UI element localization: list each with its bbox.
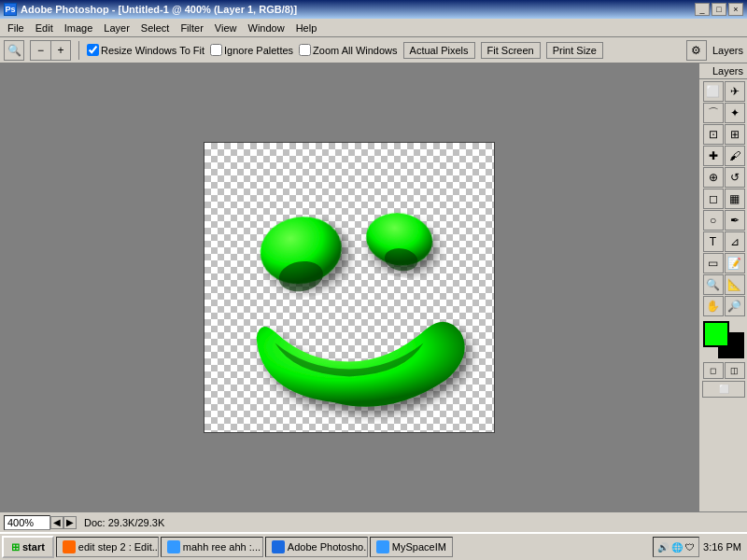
tool-option-icon[interactable]: 🔍 — [4, 40, 24, 61]
fullscreen-mode-button[interactable]: ⬜ — [702, 381, 745, 398]
title-bar-text: Adobe Photoshop - [Untitled-1 @ 400% (La… — [21, 4, 297, 15]
magic-wand-tool[interactable]: ✦ — [725, 103, 745, 123]
document-info: Doc: 29.3K/29.3K — [84, 517, 164, 528]
tool-row-6: ◻ ▦ — [703, 189, 745, 209]
taskbar-item-2[interactable]: Adobe Photosho... — [265, 537, 368, 557]
text-tool[interactable]: T — [703, 231, 724, 252]
zoom-in-button[interactable]: + — [50, 40, 71, 61]
screen-mode-buttons: ⬜ — [702, 381, 745, 398]
menu-filter[interactable]: Filter — [175, 21, 208, 35]
toolbox: ⬜ ✈ ⌒ ✦ ⊡ ⊞ ✚ 🖌 ⊕ ↺ ◻ ▦ — [699, 79, 747, 399]
pen-tool[interactable]: ✒ — [725, 210, 745, 231]
measure-tool[interactable]: 📐 — [725, 274, 745, 295]
zoom-tool[interactable]: 🔎 — [725, 296, 745, 316]
canvas-artwork — [204, 143, 494, 432]
tool-row-3: ⊡ ⊞ — [703, 124, 745, 145]
systray-icon-3: 🛡 — [685, 542, 695, 553]
minimize-button[interactable]: _ — [695, 3, 710, 16]
ignore-palettes-checkbox[interactable]: Ignore Palettes — [210, 44, 293, 56]
tool-row-9: ▭ 📝 — [703, 253, 745, 273]
menu-help[interactable]: Help — [290, 21, 323, 35]
canvas-area — [0, 63, 698, 511]
start-icon: ⊞ — [11, 541, 20, 553]
systray-icon-1: 🔊 — [657, 542, 669, 553]
separator — [78, 41, 79, 60]
taskbar-item-label-0: edit step 2 : Edit... — [78, 541, 159, 553]
brush-tool[interactable]: 🖌 — [725, 146, 745, 166]
start-button[interactable]: ⊞ start — [2, 536, 54, 558]
taskbar-item-icon-0 — [63, 540, 76, 553]
palette-icon[interactable]: ⚙ — [686, 40, 707, 61]
maximize-button[interactable]: □ — [712, 3, 726, 16]
taskbar-item-icon-1 — [167, 540, 180, 553]
zoom-all-windows-checkbox[interactable]: Zoom All Windows — [299, 44, 397, 56]
menu-image[interactable]: Image — [59, 21, 99, 35]
tool-row-11: ✋ 🔎 — [703, 296, 745, 316]
close-button[interactable]: × — [728, 3, 743, 16]
status-bar: 400% ◀ ▶ Doc: 29.3K/29.3K — [0, 511, 747, 532]
move-tool[interactable]: ✈ — [725, 81, 745, 102]
nav-right-button[interactable]: ▶ — [63, 516, 77, 529]
mode-buttons: ◻ ◫ — [703, 362, 745, 379]
standard-mode-button[interactable]: ◻ — [703, 362, 724, 379]
shape-tool[interactable]: ▭ — [703, 253, 724, 273]
clock: 3:16 PM — [703, 541, 741, 553]
taskbar: ⊞ start edit step 2 : Edit... mahh ree a… — [0, 532, 747, 560]
start-label: start — [22, 541, 45, 553]
taskbar-item-icon-2 — [272, 540, 285, 553]
taskbar-item-1[interactable]: mahh ree ahh :... — [161, 537, 263, 557]
taskbar-right: 🔊 🌐 🛡 3:16 PM — [649, 537, 745, 557]
menu-file[interactable]: File — [2, 21, 30, 35]
main-area: Layers ⬜ ✈ ⌒ ✦ ⊡ ⊞ ✚ 🖌 ⊕ ↺ — [0, 63, 747, 511]
selection-tool[interactable]: ⬜ — [703, 81, 724, 102]
resize-windows-checkbox[interactable]: Resize Windows To Fit — [87, 44, 204, 56]
app-icon: Ps — [4, 3, 17, 16]
taskbar-item-3[interactable]: MySpaceIM — [370, 537, 453, 557]
menu-window[interactable]: Window — [243, 21, 290, 35]
gradient-tool[interactable]: ▦ — [725, 189, 745, 209]
zoom-input[interactable]: 400% — [4, 515, 50, 530]
taskbar-item-0[interactable]: edit step 2 : Edit... — [56, 537, 159, 557]
taskbar-item-label-2: Adobe Photosho... — [288, 541, 368, 553]
menu-select[interactable]: Select — [135, 21, 176, 35]
lasso-tool[interactable]: ⌒ — [703, 103, 724, 123]
notes-tool[interactable]: 📝 — [725, 253, 745, 273]
tool-row-10: 🔍 📐 — [703, 274, 745, 295]
systray-icon-2: 🌐 — [671, 542, 683, 553]
right-panel: Layers ⬜ ✈ ⌒ ✦ ⊡ ⊞ ✚ 🖌 ⊕ ↺ — [698, 63, 747, 511]
stamp-tool[interactable]: ⊕ — [703, 167, 724, 188]
options-bar: 🔍 − + Resize Windows To Fit Ignore Palet… — [0, 37, 747, 63]
hand-tool[interactable]: ✋ — [703, 296, 724, 316]
actual-pixels-button[interactable]: Actual Pixels — [403, 42, 475, 59]
print-size-button[interactable]: Print Size — [546, 42, 603, 59]
title-bar-controls[interactable]: _ □ × — [695, 3, 743, 16]
eraser-tool[interactable]: ◻ — [703, 189, 724, 209]
quick-mask-mode-button[interactable]: ◫ — [725, 362, 745, 379]
crop-tool[interactable]: ⊡ — [703, 124, 724, 145]
canvas-window — [204, 142, 495, 433]
menu-edit[interactable]: Edit — [30, 21, 59, 35]
dodge-tool[interactable]: ○ — [703, 210, 724, 231]
slice-tool[interactable]: ⊞ — [725, 124, 745, 145]
tool-row-7: ○ ✒ — [703, 210, 745, 231]
system-tray: 🔊 🌐 🛡 — [653, 537, 699, 557]
zoom-btn-group: − + — [30, 40, 71, 61]
title-bar: Ps Adobe Photoshop - [Untitled-1 @ 400% … — [0, 0, 747, 19]
tool-row-5: ⊕ ↺ — [703, 167, 745, 188]
foreground-color-swatch[interactable] — [703, 321, 729, 347]
taskbar-item-label-3: MySpaceIM — [392, 541, 446, 553]
path-tool[interactable]: ⊿ — [725, 231, 745, 252]
taskbar-item-label-1: mahh ree ahh :... — [183, 541, 261, 553]
menu-bar: File Edit Image Layer Select Filter View… — [0, 19, 747, 37]
history-tool[interactable]: ↺ — [725, 167, 745, 188]
layers-panel-label: Layers — [699, 63, 747, 79]
title-bar-left: Ps Adobe Photoshop - [Untitled-1 @ 400% … — [4, 3, 297, 16]
zoom-out-button[interactable]: − — [30, 40, 50, 61]
healing-tool[interactable]: ✚ — [703, 146, 724, 166]
eyedropper-tool[interactable]: 🔍 — [703, 274, 724, 295]
layers-label-text: Layers — [712, 45, 743, 56]
nav-left-button[interactable]: ◀ — [50, 516, 63, 529]
menu-view[interactable]: View — [209, 21, 243, 35]
fit-screen-button[interactable]: Fit Screen — [481, 42, 541, 59]
menu-layer[interactable]: Layer — [98, 21, 135, 35]
